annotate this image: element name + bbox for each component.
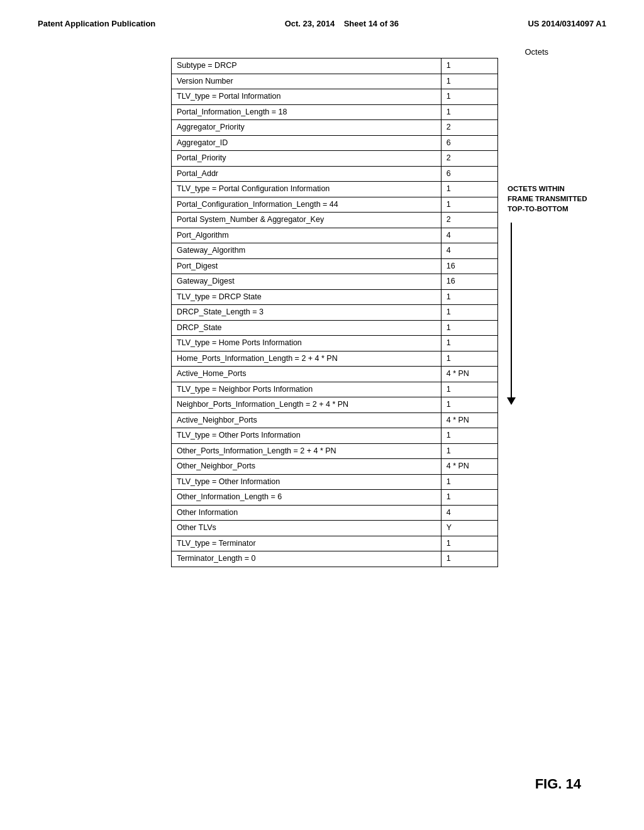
row-label: Aggregator_Priority <box>172 120 441 136</box>
row-value: 4 <box>441 505 497 521</box>
row-value: 1 <box>441 289 497 305</box>
row-label: Other Information <box>172 505 441 521</box>
row-value: 6 <box>441 135 497 151</box>
table-row: Gateway_Algorithm4 <box>172 243 498 259</box>
row-label: Active_Neighbor_Ports <box>172 412 441 428</box>
date-label: Oct. 23, 2014 <box>285 19 335 28</box>
table-row: Version Number1 <box>172 74 498 89</box>
table-row: Neighbor_Ports_Information_Length = 2 + … <box>172 397 498 413</box>
row-value: 2 <box>441 213 497 228</box>
table-row: TLV_type = Other Ports Information1 <box>172 428 498 444</box>
table-row: Aggregator_Priority2 <box>172 120 498 136</box>
table-row: TLV_type = Portal Configuration Informat… <box>172 182 498 197</box>
row-label: Home_Ports_Information_Length = 2 + 4 * … <box>172 351 441 367</box>
table-row: Home_Ports_Information_Length = 2 + 4 * … <box>172 351 498 367</box>
octets-label: Octets <box>247 47 548 57</box>
row-label: DRCP_State_Length = 3 <box>172 305 441 321</box>
table-row: Portal System_Number & Aggregator_Key2 <box>172 213 498 228</box>
row-label: Other_Neighbor_Ports <box>172 459 441 475</box>
row-value: 1 <box>441 320 497 336</box>
row-value: 1 <box>441 474 497 490</box>
row-value: 4 * PN <box>441 367 497 382</box>
table-row: TLV_type = DRCP State1 <box>172 289 498 305</box>
row-label: TLV_type = DRCP State <box>172 289 441 305</box>
row-label: Port_Algorithm <box>172 228 441 243</box>
row-label: Portal System_Number & Aggregator_Key <box>172 213 441 228</box>
row-label: TLV_type = Home Ports Information <box>172 336 441 351</box>
publication-label: Patent Application Publication <box>38 19 155 28</box>
row-value: 1 <box>441 551 497 567</box>
row-value: 1 <box>441 197 497 213</box>
row-value: 1 <box>441 443 497 459</box>
row-value: 16 <box>441 258 497 274</box>
table-row: DRCP_State1 <box>172 320 498 336</box>
data-table: Subtype = DRCP1Version Number1TLV_type =… <box>171 58 498 567</box>
row-value: 2 <box>441 151 497 167</box>
row-value: 2 <box>441 120 497 136</box>
row-label: Other_Ports_Information_Length = 2 + 4 *… <box>172 443 441 459</box>
row-value: 4 * PN <box>441 459 497 475</box>
row-label: Portal_Configuration_Information_Length … <box>172 197 441 213</box>
main-content: Octets Subtype = DRCP1Version Number1TLV… <box>38 47 606 567</box>
row-label: DRCP_State <box>172 320 441 336</box>
row-label: Terminator_Length = 0 <box>172 551 441 567</box>
row-value: 1 <box>441 182 497 197</box>
row-value: 16 <box>441 274 497 290</box>
table-row: Other TLVsY <box>172 521 498 536</box>
table-row: Gateway_Digest16 <box>172 274 498 290</box>
row-label: TLV_type = Other Ports Information <box>172 428 441 444</box>
table-row: TLV_type = Portal Information1 <box>172 89 498 105</box>
row-label: Version Number <box>172 74 441 89</box>
row-value: 1 <box>441 382 497 397</box>
row-value: 1 <box>441 104 497 120</box>
row-label: Portal_Information_Length = 18 <box>172 104 441 120</box>
table-row: Portal_Priority2 <box>172 151 498 167</box>
row-label: Port_Digest <box>172 258 441 274</box>
table-row: Terminator_Length = 01 <box>172 551 498 567</box>
table-row: Portal_Addr6 <box>172 166 498 182</box>
row-value: 1 <box>441 536 497 551</box>
row-label: Portal_Addr <box>172 166 441 182</box>
row-label: TLV_type = Neighbor Ports Information <box>172 382 441 397</box>
row-value: 1 <box>441 74 497 89</box>
arrow-container <box>508 223 512 399</box>
table-row: Other_Information_Length = 61 <box>172 490 498 506</box>
table-row: Portal_Configuration_Information_Length … <box>172 197 498 213</box>
row-label: Other_Information_Length = 6 <box>172 490 441 506</box>
row-value: Y <box>441 521 497 536</box>
table-row: TLV_type = Home Ports Information1 <box>172 336 498 351</box>
row-value: 1 <box>441 305 497 321</box>
row-label: TLV_type = Other Information <box>172 474 441 490</box>
row-label: Neighbor_Ports_Information_Length = 2 + … <box>172 397 441 413</box>
row-label: Active_Home_Ports <box>172 367 441 382</box>
row-value: 1 <box>441 397 497 413</box>
annotation-line1: OCTETS WITHIN FRAME TRANSMITTED TOP-TO-B… <box>508 184 587 214</box>
annotation-block: OCTETS WITHIN FRAME TRANSMITTED TOP-TO-B… <box>508 184 633 399</box>
page-header: Patent Application Publication Oct. 23, … <box>38 19 606 28</box>
row-value: 1 <box>441 336 497 351</box>
row-label: Other TLVs <box>172 521 441 536</box>
row-value: 6 <box>441 166 497 182</box>
row-value: 1 <box>441 89 497 105</box>
table-row: Subtype = DRCP1 <box>172 58 498 74</box>
row-value: 4 * PN <box>441 412 497 428</box>
table-row: Port_Digest16 <box>172 258 498 274</box>
arrow-line <box>511 223 512 399</box>
row-value: 1 <box>441 428 497 444</box>
table-row: Other Information4 <box>172 505 498 521</box>
table-row: TLV_type = Other Information1 <box>172 474 498 490</box>
header-center: Oct. 23, 2014 Sheet 14 of 36 <box>285 19 399 28</box>
row-value: 1 <box>441 490 497 506</box>
row-label: Subtype = DRCP <box>172 58 441 74</box>
row-label: TLV_type = Portal Configuration Informat… <box>172 182 441 197</box>
table-container: Subtype = DRCP1Version Number1TLV_type =… <box>171 58 548 567</box>
fig-label: FIG. 14 <box>535 776 581 792</box>
row-label: Gateway_Algorithm <box>172 243 441 259</box>
patent-number: US 2014/0314097 A1 <box>528 19 606 28</box>
row-label: Portal_Priority <box>172 151 441 167</box>
table-row: Other_Ports_Information_Length = 2 + 4 *… <box>172 443 498 459</box>
sheet-label: Sheet 14 of 36 <box>344 19 399 28</box>
table-row: TLV_type = Terminator1 <box>172 536 498 551</box>
row-label: TLV_type = Portal Information <box>172 89 441 105</box>
table-row: TLV_type = Neighbor Ports Information1 <box>172 382 498 397</box>
